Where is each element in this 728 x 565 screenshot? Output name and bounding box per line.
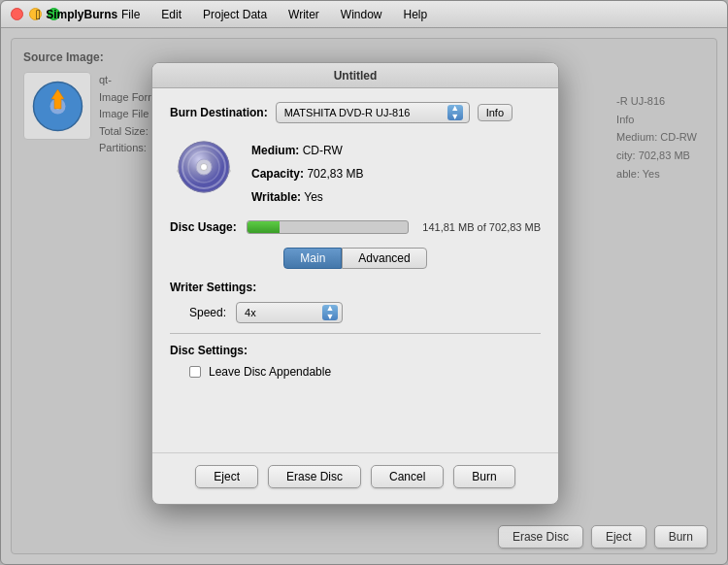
progress-bar-fill <box>248 221 280 233</box>
modal-footer: Eject Erase Disc Cancel Burn <box>152 452 558 504</box>
modal-spacer <box>170 390 541 439</box>
speed-row: Speed: 4x ▲ ▼ <box>189 302 541 323</box>
app-bottom-bar: Erase Disc Eject Burn <box>498 525 708 548</box>
tab-main[interactable]: Main <box>283 248 342 269</box>
menu-window[interactable]: Window <box>337 6 386 23</box>
tab-advanced[interactable]: Advanced <box>342 248 426 269</box>
capacity-value: 702,83 MB <box>307 167 363 181</box>
cd-icon-area <box>170 135 238 203</box>
disc-usage-progress-bar <box>247 220 410 234</box>
bg-writable-right: able: Yes <box>616 165 697 183</box>
section-divider <box>170 333 541 334</box>
app-window:  SimplyBurns File Edit Project Data Wri… <box>0 0 728 565</box>
burn-button[interactable]: Burn <box>453 465 514 488</box>
menu-project-data[interactable]: Project Data <box>199 6 271 23</box>
erase-disc-button[interactable]: Erase Disc <box>268 465 361 488</box>
speed-value: 4x <box>245 307 322 318</box>
leave-appendable-row: Leave Disc Appendable <box>189 365 541 379</box>
bg-info-btn-right: Info <box>616 111 697 129</box>
menu-bar: File Edit Project Data Writer Window Hel… <box>117 6 727 23</box>
modal-title: Untitled <box>334 69 378 83</box>
burn-destination-row: Burn Destination: MATSHITA DVD-R UJ-816 … <box>170 102 541 123</box>
menu-help[interactable]: Help <box>400 6 432 23</box>
titlebar:  SimplyBurns File Edit Project Data Wri… <box>1 1 727 28</box>
speed-dropdown-arrow-icon: ▲ ▼ <box>322 305 338 320</box>
writer-settings-title: Writer Settings: <box>170 281 541 294</box>
apple-logo-icon:  <box>36 7 41 22</box>
medium-value: CD-RW <box>303 144 343 157</box>
app-name-label: SimplyBurns <box>46 8 117 21</box>
disc-usage-label: Disc Usage: <box>170 220 237 234</box>
svg-point-10 <box>201 164 208 171</box>
tabs-row: Main Advanced <box>170 248 541 269</box>
speed-label: Speed: <box>189 306 226 319</box>
disc-usage-row: Disc Usage: 141,81 MB of 702,83 MB <box>170 220 541 234</box>
leave-appendable-checkbox[interactable] <box>189 366 201 378</box>
burn-destination-label: Burn Destination: <box>170 106 268 119</box>
menu-file[interactable]: File <box>117 6 144 23</box>
cd-disc-icon <box>175 140 233 198</box>
menu-edit[interactable]: Edit <box>157 6 185 23</box>
modal-titlebar: Untitled <box>152 63 558 88</box>
cd-details: Medium: CD-RW Capacity: 702,83 MB Writab… <box>251 135 363 209</box>
close-button[interactable] <box>11 8 23 20</box>
disc-settings-title: Disc Settings: <box>170 344 541 357</box>
cancel-button[interactable]: Cancel <box>371 465 444 488</box>
bg-drive-right: -R UJ-816 <box>616 92 697 111</box>
burn-destination-value: MATSHITA DVD-R UJ-816 <box>284 107 444 118</box>
dropdown-arrow-icon: ▲ ▼ <box>447 105 463 120</box>
capacity-row: Capacity: 702,83 MB <box>251 162 363 185</box>
speed-dropdown[interactable]: 4x ▲ ▼ <box>236 302 343 323</box>
bg-right-info: -R UJ-816 Info Medium: CD-RW city: 702,8… <box>616 92 697 183</box>
burn-destination-dropdown[interactable]: MATSHITA DVD-R UJ-816 ▲ ▼ <box>276 102 470 123</box>
source-cd-icon <box>23 72 91 140</box>
app-burn-button[interactable]: Burn <box>654 525 708 548</box>
medium-row: Medium: CD-RW <box>251 139 363 162</box>
cd-info-row: Medium: CD-RW Capacity: 702,83 MB Writab… <box>170 135 541 209</box>
menu-writer[interactable]: Writer <box>284 6 323 23</box>
disc-usage-text: 141,81 MB of 702,83 MB <box>422 221 541 233</box>
modal-body: Burn Destination: MATSHITA DVD-R UJ-816 … <box>152 88 558 452</box>
writer-settings-section: Writer Settings: Speed: 4x ▲ ▼ <box>170 281 541 323</box>
writable-row: Writable: Yes <box>251 185 363 209</box>
leave-appendable-label: Leave Disc Appendable <box>209 365 331 379</box>
main-content: Source Image: qt- <box>1 28 727 564</box>
eject-button[interactable]: Eject <box>195 465 258 488</box>
writable-value: Yes <box>304 190 323 204</box>
modal-dialog: Untitled Burn Destination: MATSHITA DVD-… <box>151 62 559 505</box>
bg-medium-right: Medium: CD-RW <box>616 128 697 147</box>
cd-up-arrow-svg <box>31 80 84 133</box>
bg-capacity-right: city: 702,83 MB <box>616 147 697 165</box>
disc-settings-section: Disc Settings: Leave Disc Appendable <box>170 344 541 379</box>
info-button[interactable]: Info <box>478 104 513 121</box>
app-erase-disc-button[interactable]: Erase Disc <box>498 525 583 548</box>
app-name-area:  SimplyBurns <box>36 7 117 22</box>
app-eject-button[interactable]: Eject <box>591 525 646 548</box>
